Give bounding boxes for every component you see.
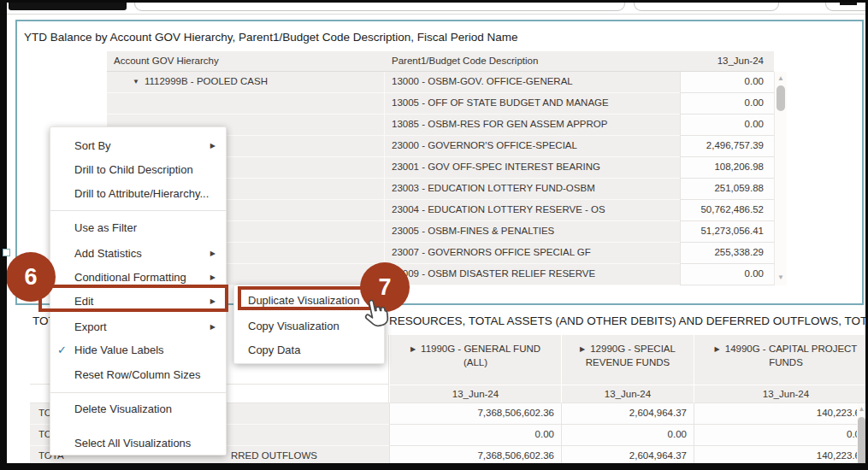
menu-item-sort-by[interactable]: Sort By▶: [50, 134, 226, 157]
fund-column-header[interactable]: ▶14990G - CAPITAL PROJECT FUNDS: [694, 335, 868, 385]
column-header-budget-code[interactable]: Parent1/Budget Code Description: [385, 51, 680, 71]
menu-item-hide-value-labels[interactable]: ✓Hide Value Labels: [50, 338, 226, 361]
table-header-row: Account GOV Hierarchy Parent1/Budget Cod…: [107, 51, 774, 72]
app-canvas: YTD Balance by Account GOV Hierarchy, Pa…: [0, 0, 868, 470]
screenshot-frame: [0, 0, 7, 470]
menu-item-copy-data[interactable]: Copy Data: [234, 338, 384, 361]
value-cell[interactable]: 2,604,964.37: [561, 403, 694, 425]
fund-column-header[interactable]: ▶12990G - SPECIAL REVENUE FUNDS: [561, 335, 694, 385]
value-cell[interactable]: 255,338.29: [680, 243, 774, 264]
screenshot-frame: [0, 463, 868, 470]
menu-item-select-all-visualizations[interactable]: Select All Visualizations: [50, 432, 226, 455]
fund-column-label: 11990G - GENERAL FUND (ALL): [421, 344, 540, 367]
highlight-box-edit: [38, 285, 228, 312]
value-cell[interactable]: 0.00: [680, 72, 774, 93]
value-cell[interactable]: 0.00: [561, 425, 694, 446]
menu-separator: [50, 392, 226, 393]
value-cell[interactable]: 0.00: [389, 425, 561, 446]
budget-code-cell[interactable]: 23009 - OSBM DISASTER RELIEF RESERVE: [385, 264, 680, 285]
menu-separator: [50, 210, 226, 211]
vertical-scrollbar[interactable]: ▲ ▼: [774, 72, 787, 285]
submenu-arrow-icon: ▶: [210, 250, 216, 257]
column-header-hierarchy[interactable]: Account GOV Hierarchy: [107, 51, 385, 71]
menu-item-delete-visualization[interactable]: Delete Visualization: [50, 397, 226, 420]
menu-item-drill-to-child[interactable]: Drill to Child Description: [50, 158, 226, 181]
menu-item-add-statistics[interactable]: Add Statistics▶: [50, 242, 226, 265]
budget-code-cell[interactable]: 13005 - OFF OF STATE BUDGET AND MANAGE: [385, 93, 680, 115]
value-cell[interactable]: 0.0: [694, 425, 868, 446]
selection-handle[interactable]: [3, 249, 10, 256]
hierarchy-node-label: 1112999B - POOLED CASH: [145, 76, 268, 86]
period-header-cell[interactable]: 13_Jun-24: [561, 385, 694, 403]
expand-caret-icon[interactable]: ▶: [580, 345, 585, 353]
fund-column-header[interactable]: ▶11990G - GENERAL FUND (ALL): [389, 335, 561, 385]
hierarchy-cell[interactable]: ▼1112999B - POOLED CASH: [107, 72, 385, 93]
period-header-cell[interactable]: 13_Jun-24: [389, 385, 561, 403]
submenu-arrow-icon: ▶: [210, 323, 216, 331]
budget-code-cell[interactable]: 23001 - GOV OFF-SPEC INTEREST BEARING: [385, 157, 680, 179]
submenu-arrow-icon: ▶: [210, 142, 216, 150]
value-cell[interactable]: 2,496,757.39: [680, 136, 774, 157]
expand-caret-icon[interactable]: ▶: [410, 345, 416, 353]
scrollbar-thumb[interactable]: [776, 85, 785, 111]
budget-code-cell[interactable]: 23000 - GOVERNOR'S OFFICE-SPECIAL: [385, 136, 680, 157]
value-cell[interactable]: 140,223.6: [694, 403, 868, 425]
value-cell[interactable]: 0.00: [680, 115, 774, 136]
value-cell[interactable]: 0.00: [680, 93, 774, 115]
value-cell[interactable]: 251,059.88: [680, 179, 774, 200]
expand-caret-icon[interactable]: ▶: [715, 345, 720, 353]
value-cell[interactable]: 50,762,486.52: [680, 200, 774, 221]
fund-column-label: 12990G - SPECIAL REVENUE FUNDS: [586, 344, 676, 367]
budget-code-cell[interactable]: 23005 - OSBM-FINES & PENALTIES: [385, 221, 680, 243]
budget-code-cell[interactable]: 23003 - EDUCATION LOTTERY FUND-OSBM: [385, 179, 680, 200]
fund-column-label: 14990G - CAPITAL PROJECT FUNDS: [725, 344, 858, 367]
table-row[interactable]: ▼1112999B - POOLED CASH 13000 - OSBM-GOV…: [107, 72, 774, 93]
budget-code-cell[interactable]: 23007 - GOVERNORS OFFICE SPECIAL GF: [385, 243, 680, 264]
bottom-viz-title-fragment-right: RESOURCES, TOTAL ASSETS (AND OTHER DEBIT…: [389, 314, 868, 327]
value-cell[interactable]: 0.00: [680, 264, 774, 285]
header-divider: [7, 14, 865, 15]
submenu-arrow-icon: ▶: [210, 273, 216, 281]
value-cell[interactable]: 108,206.98: [680, 157, 774, 179]
budget-code-cell[interactable]: 13000 - OSBM-GOV. OFFICE-GENERAL: [385, 72, 680, 93]
scrollbar-thumb[interactable]: [858, 417, 865, 468]
highlight-box-duplicate-visualization: [238, 286, 372, 310]
top-viz-title: YTD Balance by Account GOV Hierarchy, Pa…: [24, 31, 518, 44]
budget-code-cell[interactable]: 13085 - OSBM-RES FOR GEN ASSEM APPROP: [385, 115, 680, 136]
row-label-suffix: RRED OUTFLOWS: [231, 450, 317, 461]
collapse-caret-icon[interactable]: ▼: [133, 78, 139, 85]
value-cell[interactable]: 51,273,056.41: [680, 221, 774, 243]
menu-item-drill-to-attribute[interactable]: Drill to Attribute/Hierarchy...: [50, 182, 226, 205]
scroll-down-icon[interactable]: ▼: [775, 273, 787, 281]
screenshot-frame: [0, 0, 868, 3]
value-cell[interactable]: 7,368,506,602.36: [389, 403, 561, 425]
column-header-period[interactable]: 13_Jun-24: [680, 51, 774, 71]
menu-item-copy-visualization[interactable]: Copy Visualization: [234, 314, 384, 338]
checkmark-icon: ✓: [57, 344, 67, 356]
menu-item-export[interactable]: Export▶: [50, 315, 226, 338]
menu-item-use-as-filter[interactable]: Use as Filter: [50, 216, 226, 239]
menu-item-reset-row-column-sizes[interactable]: Reset Row/Column Sizes: [50, 363, 226, 386]
period-header-cell[interactable]: 13_Jun-24: [694, 385, 868, 403]
table-row[interactable]: 13005 - OFF OF STATE BUDGET AND MANAGE 0…: [107, 93, 774, 115]
scroll-up-icon[interactable]: ▲: [775, 74, 787, 82]
budget-code-cell[interactable]: 23004 - EDUCATION LOTTERY RESERVE - OS: [385, 200, 680, 221]
callout-step-6: 6: [6, 252, 56, 302]
